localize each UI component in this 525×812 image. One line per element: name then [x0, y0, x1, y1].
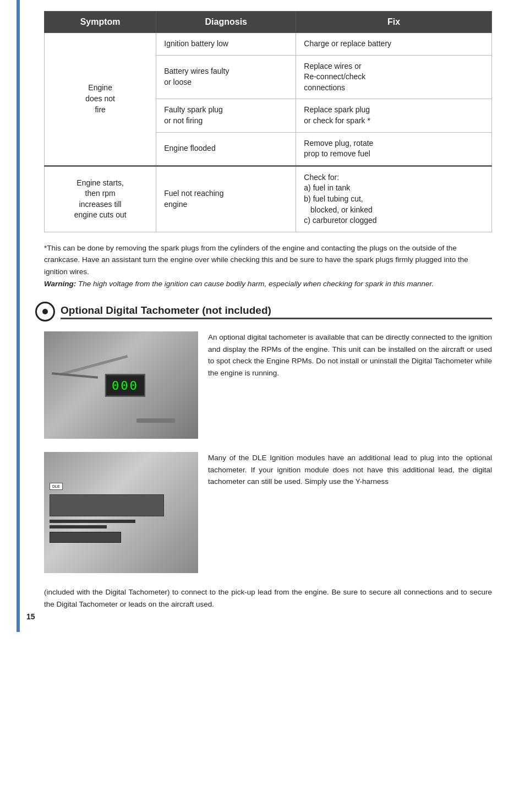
diagnosis-engine-flooded: Engine flooded — [156, 132, 296, 166]
dle-connector — [50, 532, 121, 543]
footnote-warning: Warning: The high voltage from the ignit… — [44, 280, 434, 288]
troubleshooting-table: Symptom Diagnosis Fix Enginedoes notfire… — [44, 11, 492, 232]
fix-fuel-check: Check for:a) fuel in tankb) fuel tubing … — [296, 166, 492, 232]
diagnosis-ignition-battery: Ignition battery low — [156, 33, 296, 56]
table-row: Enginedoes notfire Ignition battery low … — [45, 33, 492, 56]
tachometer-para-2-bottom: (included with the Digital Tachometer) t… — [44, 586, 492, 610]
diagnosis-battery-wires: Battery wires faultyor loose — [156, 55, 296, 99]
tach-display: 000 — [105, 374, 145, 396]
page-number: 15 — [26, 612, 35, 621]
tach-section-icon — [35, 302, 55, 321]
symptom-engine-no-fire: Enginedoes notfire — [45, 33, 156, 166]
col-header-diagnosis: Diagnosis — [156, 12, 296, 33]
tachometer-section-2: DLE Many of the DLE Ignition modules hav… — [44, 452, 492, 577]
warning-label: Warning: — [44, 280, 76, 288]
dle-label: DLE — [50, 483, 63, 490]
tachometer-section-1: 000 An optional digital tachometer is av… — [44, 331, 492, 443]
dle-module — [50, 494, 164, 516]
dle-wire-1 — [50, 520, 135, 523]
symptom-engine-cuts-out: Engine starts,then rpmincreases tillengi… — [45, 166, 156, 232]
table-row: Engine starts,then rpmincreases tillengi… — [45, 166, 492, 232]
diagnosis-fuel-not-reaching: Fuel not reachingengine — [156, 166, 296, 232]
dle-wire-2 — [50, 525, 107, 528]
fix-engine-flooded: Remove plug, rotateprop to remove fuel — [296, 132, 492, 166]
col-header-fix: Fix — [296, 12, 492, 33]
tachometer-image-2: DLE — [44, 452, 198, 573]
dle-image-mock: DLE — [44, 452, 198, 573]
tachometer-image-1: 000 — [44, 331, 198, 439]
footnote-section: *This can be done by removing the spark … — [44, 242, 492, 290]
section-heading: Optional Digital Tachometer (not include… — [61, 304, 492, 319]
fix-replace-wires: Replace wires orRe-connect/checkconnecti… — [296, 55, 492, 99]
footnote-star-text: *This can be done by removing the spark … — [44, 244, 468, 276]
warning-text: The high voltage from the ignition can c… — [78, 280, 434, 288]
fix-charge-battery: Charge or replace battery — [296, 33, 492, 56]
fix-spark-plug: Replace spark plugor check for spark * — [296, 99, 492, 132]
diagnosis-spark-plug: Faulty spark plugor not firing — [156, 99, 296, 132]
tach-icon-inner — [42, 309, 48, 314]
tach-image-mock: 000 — [44, 331, 198, 439]
col-header-symptom: Symptom — [45, 12, 156, 33]
left-accent-bar — [17, 0, 20, 632]
section-heading-wrap: Optional Digital Tachometer (not include… — [35, 302, 492, 321]
